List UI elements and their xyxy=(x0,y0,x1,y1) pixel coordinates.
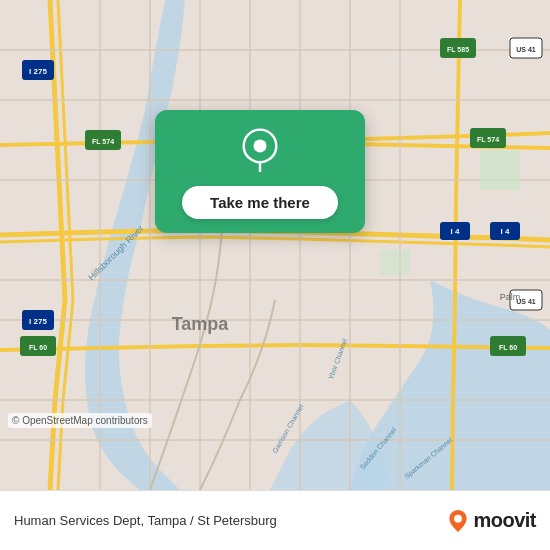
svg-rect-47 xyxy=(380,250,410,275)
location-label: Human Services Dept, Tampa / St Petersbu… xyxy=(14,513,277,528)
moovit-pin-icon xyxy=(447,510,469,532)
svg-text:US 41: US 41 xyxy=(516,46,536,53)
svg-point-51 xyxy=(455,514,463,522)
svg-text:FL 60: FL 60 xyxy=(499,344,517,351)
svg-text:Palm: Palm xyxy=(500,292,521,302)
svg-text:FL 60: FL 60 xyxy=(29,344,47,351)
moovit-brand-text: moovit xyxy=(473,509,536,532)
bottom-bar: Human Services Dept, Tampa / St Petersbu… xyxy=(0,490,550,550)
location-card: Take me there xyxy=(155,110,365,233)
moovit-logo: moovit xyxy=(447,509,536,532)
map-container: I 275 I 275 FL 574 FL 574 FL 574 FL 585 … xyxy=(0,0,550,490)
location-pin-icon xyxy=(238,128,282,172)
svg-text:FL 585: FL 585 xyxy=(447,46,469,53)
svg-text:I 4: I 4 xyxy=(451,227,460,236)
svg-text:FL 574: FL 574 xyxy=(92,138,114,145)
svg-text:I 4: I 4 xyxy=(501,227,510,236)
svg-text:I 275: I 275 xyxy=(29,67,47,76)
copyright-text: © OpenStreetMap contributors xyxy=(8,413,152,428)
svg-point-49 xyxy=(253,139,266,152)
svg-text:Tampa: Tampa xyxy=(172,314,230,334)
svg-text:FL 574: FL 574 xyxy=(477,136,499,143)
svg-text:I 275: I 275 xyxy=(29,317,47,326)
take-me-there-button[interactable]: Take me there xyxy=(182,186,338,219)
svg-rect-46 xyxy=(480,150,520,190)
